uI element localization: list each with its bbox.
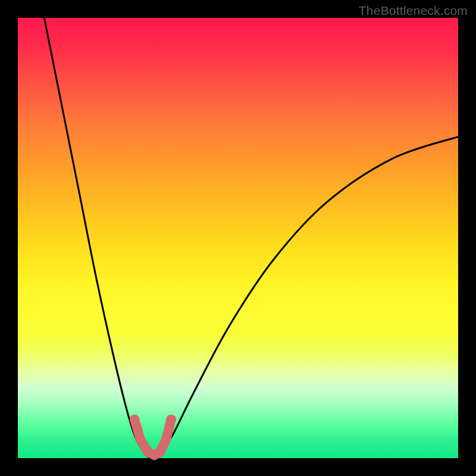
watermark-text: TheBottleneck.com bbox=[359, 4, 468, 18]
chart-svg bbox=[18, 18, 458, 458]
curve-left bbox=[44, 18, 150, 458]
curve-right bbox=[150, 137, 458, 458]
chart-frame: TheBottleneck.com bbox=[0, 0, 476, 476]
